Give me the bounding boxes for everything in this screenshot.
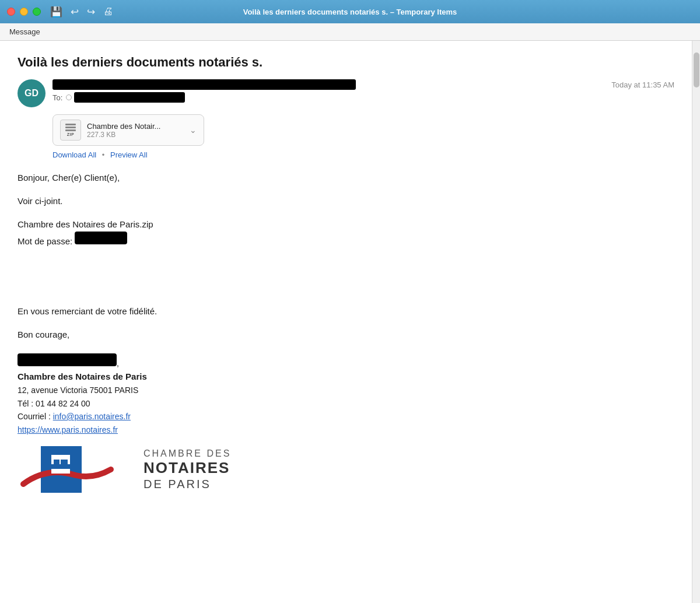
link-separator: • <box>102 150 105 159</box>
main-window: Voilà les derniers documents notariés s.… <box>0 41 700 603</box>
sender-avatar: GD <box>18 79 46 107</box>
svg-rect-4 <box>51 464 70 469</box>
toolbar-icons: 💾 ↩ ↪ 🖨 <box>50 6 113 18</box>
email-body: Bonjour, Cher(e) Client(e), Voir ci-join… <box>18 171 674 342</box>
to-dot-icon <box>66 94 72 100</box>
signature-name-redacted <box>18 353 117 366</box>
email-closing1: En vous remerciant de votre fidélité. <box>18 304 674 318</box>
signature-website-link[interactable]: https://www.paris.notaires.fr <box>18 425 118 434</box>
window-title: Voilà les derniers documents notariés s.… <box>243 8 457 16</box>
from-row <box>52 79 611 90</box>
signature-org: Chambre des Notaires de Paris <box>18 370 674 384</box>
scrollbar-thumb[interactable] <box>694 52 699 87</box>
to-label: To: <box>52 93 62 102</box>
close-button[interactable] <box>7 8 15 16</box>
signature-email-link[interactable]: info@paris.notaires.fr <box>53 412 131 421</box>
attachment-info: Chambre des Notair... 227.3 KB <box>87 122 184 139</box>
logo-text: CHAMBRE DES NOTAIRES DE PARIS <box>144 448 231 491</box>
maximize-button[interactable] <box>33 8 41 16</box>
attachment-chevron-icon[interactable]: ⌄ <box>190 125 197 135</box>
sender-email-redacted <box>52 79 356 90</box>
attachment-box[interactable]: ZIP Chambre des Notair... 227.3 KB ⌄ <box>52 114 204 146</box>
attachment-links: Download All • Preview All <box>52 150 674 159</box>
attachment-size: 227.3 KB <box>87 131 184 139</box>
minimize-button[interactable] <box>20 8 28 16</box>
email-closing2: Bon courage, <box>18 328 674 342</box>
menu-bar: Message <box>0 23 700 41</box>
svg-rect-3 <box>61 460 68 464</box>
logo-area: CHAMBRE DES NOTAIRES DE PARIS <box>18 443 674 496</box>
to-row: To: <box>52 92 611 103</box>
header-details: To: <box>52 79 611 103</box>
password-redacted <box>75 232 127 244</box>
email-greeting: Bonjour, Cher(e) Client(e), <box>18 171 674 185</box>
undo-icon[interactable]: ↩ <box>71 6 79 18</box>
signature-tel: Tél : 01 44 82 24 00 <box>18 397 674 410</box>
title-bar: 💾 ↩ ↪ 🖨 Voilà les derniers documents not… <box>0 0 700 23</box>
download-all-link[interactable]: Download All <box>52 150 96 159</box>
scrollbar-track[interactable] <box>692 41 700 603</box>
attachment-name: Chambre des Notair... <box>87 122 184 131</box>
email-subject: Voilà les derniers documents notariés s. <box>18 55 674 70</box>
attachment-area: ZIP Chambre des Notair... 227.3 KB ⌄ <box>52 114 674 146</box>
print-icon[interactable]: 🖨 <box>103 6 113 17</box>
zip-icon: ZIP <box>60 120 81 141</box>
save-icon[interactable]: 💾 <box>50 6 62 18</box>
notaires-logo-svg <box>18 443 134 496</box>
email-timestamp: Today at 11:35 AM <box>611 80 674 89</box>
signature-courriel: Courriel : info@paris.notaires.fr <box>18 410 674 423</box>
preview-all-link[interactable]: Preview All <box>110 150 148 159</box>
traffic-lights <box>7 8 41 16</box>
email-line2: Chambre des Notaires de Paris.zip Mot de… <box>18 218 674 248</box>
email-header: GD To: Today at 11:35 AM <box>18 79 674 107</box>
email-content: Voilà les derniers documents notariés s.… <box>0 41 692 603</box>
signature-block: , Chambre des Notaires de Paris 12, aven… <box>18 353 674 496</box>
menu-message[interactable]: Message <box>9 27 40 36</box>
zip-label: ZIP <box>67 132 74 136</box>
recipient-email-redacted <box>74 92 185 103</box>
signature-address: 12, avenue Victoria 75001 PARIS <box>18 384 674 397</box>
redo-icon[interactable]: ↪ <box>87 6 95 18</box>
email-line1: Voir ci-joint. <box>18 194 674 208</box>
